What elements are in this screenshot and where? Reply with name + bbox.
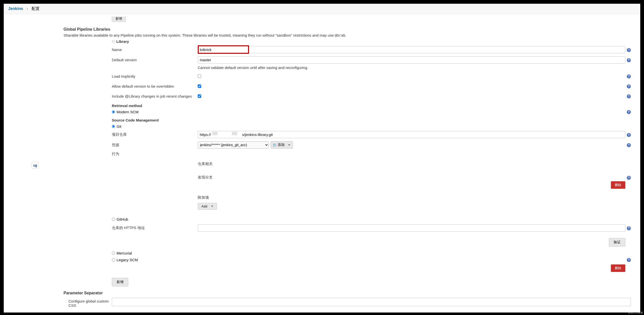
drag-handle-icon[interactable] [112,40,115,43]
legacy-scm-label: Legacy SCM [116,258,627,262]
breadcrumb-current: 配置 [32,6,40,11]
breadcrumb-root[interactable]: Jenkins [8,6,23,11]
behavior-header: 仓库相关 [198,162,631,166]
allow-override-label: Allow default version to be overridden [112,84,198,88]
modern-scm-label: Modern SCM [116,110,627,114]
library-section-header: Library [112,39,631,44]
load-implicitly-label: Load implicitly [112,74,198,78]
include-changes-checkbox[interactable] [198,94,201,98]
help-icon[interactable]: ? [627,176,631,180]
help-icon[interactable]: ? [627,58,631,62]
credentials-label: 凭据 [112,143,198,148]
watermark: @51CTO博客 [628,311,643,314]
add-button-top[interactable]: 新增 [112,16,126,22]
global-pipeline-desc: Sharable libraries available to any Pipe… [64,33,636,37]
default-version-label: Default version [112,58,198,62]
help-icon[interactable]: ? [627,226,631,230]
discover-branch-label: 发现分支 [198,175,625,180]
github-https-label: 仓库的 HTTPS 地址 [112,226,198,230]
git-label: Git [116,124,631,128]
help-icon[interactable]: ? [627,133,631,137]
scm-title: Source Code Management [112,118,631,122]
delete-library-button[interactable]: 删除 [611,264,625,272]
chevron-down-icon [288,144,290,146]
delete-behavior-button[interactable]: 删除 [611,181,625,189]
github-label: GitHub [116,217,128,221]
default-version-note: Cannot validate default version until af… [198,66,631,70]
custom-css-textarea[interactable] [112,298,631,306]
breadcrumb: Jenkins › 配置 [4,4,640,14]
include-changes-label: Include @Library changes in job recent c… [112,94,198,98]
translate-icon[interactable]: cg [32,162,38,169]
repo-input[interactable] [198,131,625,138]
credentials-select[interactable]: jenkins/****** (jenkins_git_acc) [198,142,269,149]
git-radio[interactable] [112,125,115,128]
help-icon[interactable]: ? [627,110,631,114]
attach-label: 附加项 [198,195,631,200]
help-icon[interactable]: ? [627,258,631,262]
allow-override-checkbox[interactable] [198,84,201,88]
library-name-input[interactable] [198,46,625,53]
custom-css-label: Configure global custom CSS [64,298,112,308]
help-icon[interactable]: ? [627,143,631,147]
add-credentials-button[interactable]: ⚿ 添加 [271,141,293,149]
chevron-down-icon [211,206,213,207]
repo-label: 项目仓库 [112,132,198,137]
help-icon[interactable]: ? [627,74,631,78]
add-library-button[interactable]: 新增 [112,278,128,286]
github-https-input[interactable] [198,224,625,232]
behavior-label: 行为 [112,152,198,156]
breadcrumb-sep: › [27,6,28,11]
legacy-scm-radio[interactable] [112,258,115,262]
key-icon: ⚿ [273,143,276,147]
help-icon[interactable]: ? [627,94,631,98]
verify-button[interactable]: 验证 [609,238,625,246]
load-implicitly-checkbox[interactable] [198,74,201,78]
library-name-label: Name [112,48,198,52]
mercurial-label: Mercurial [116,251,631,255]
blur-patch [212,132,218,135]
default-version-input[interactable] [198,56,625,64]
mercurial-radio[interactable] [112,252,115,255]
blur-patch [232,132,237,135]
retrieval-method-title: Retrieval method [112,104,631,108]
modern-scm-radio[interactable] [112,110,115,114]
help-icon[interactable]: ? [627,48,631,52]
add-attach-button[interactable]: Add [198,203,217,210]
parameter-separator-title: Parameter Separator [64,291,636,295]
global-pipeline-title: Global Pipeline Libraries [64,27,636,32]
github-radio[interactable] [112,218,115,221]
help-icon[interactable]: ? [627,84,631,88]
